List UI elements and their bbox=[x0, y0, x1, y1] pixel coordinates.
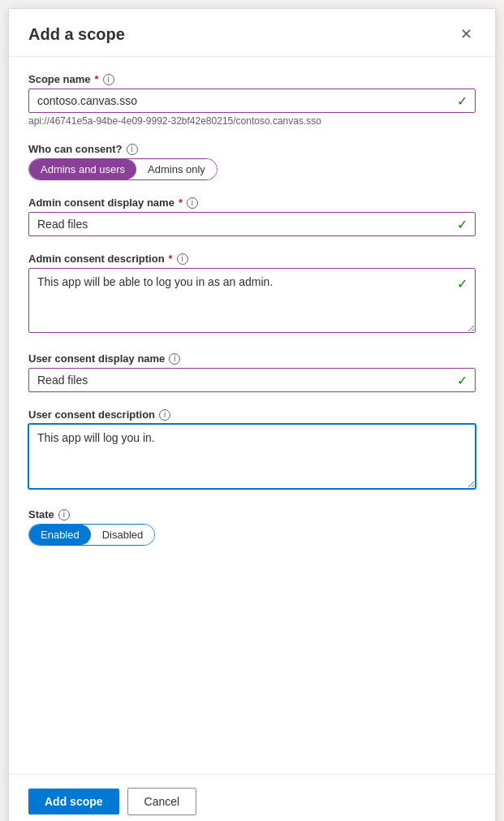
user-consent-description-textarea[interactable] bbox=[28, 424, 476, 489]
scope-name-group: Scope name * i ✓ api://46741e5a-94be-4e0… bbox=[28, 73, 476, 127]
user-consent-display-name-group: User consent display name i ✓ bbox=[28, 352, 476, 392]
admin-consent-display-name-label: Admin consent display name * i bbox=[28, 197, 476, 209]
state-option-enabled[interactable]: Enabled bbox=[29, 525, 91, 545]
admin-consent-description-textarea[interactable] bbox=[28, 268, 476, 333]
state-label: State i bbox=[28, 508, 476, 521]
close-button[interactable]: ✕ bbox=[454, 24, 479, 45]
user-consent-description-info-icon[interactable]: i bbox=[159, 409, 170, 421]
user-consent-display-name-label: User consent display name i bbox=[28, 352, 476, 365]
required-indicator: * bbox=[179, 197, 183, 209]
scope-name-check-icon: ✓ bbox=[457, 93, 467, 109]
panel-body: Scope name * i ✓ api://46741e5a-94be-4e0… bbox=[9, 57, 495, 774]
admin-consent-display-name-input-wrapper: ✓ bbox=[28, 212, 476, 236]
scope-name-input[interactable] bbox=[28, 89, 476, 113]
admin-consent-display-name-check-icon: ✓ bbox=[457, 217, 467, 232]
user-consent-display-name-input[interactable] bbox=[28, 368, 476, 392]
scope-name-info-icon[interactable]: i bbox=[103, 74, 114, 85]
state-toggle-group: Enabled Disabled bbox=[28, 524, 155, 546]
admin-consent-description-label: Admin consent description * i bbox=[28, 253, 476, 265]
consent-option-admins-only[interactable]: Admins only bbox=[136, 159, 217, 179]
add-scope-panel: Add a scope ✕ Scope name * i ✓ api://467… bbox=[8, 8, 496, 821]
consent-toggle-group: Admins and users Admins only bbox=[28, 158, 218, 180]
admin-consent-display-name-input[interactable] bbox=[28, 212, 476, 236]
panel-header: Add a scope ✕ bbox=[9, 9, 495, 57]
state-option-disabled[interactable]: Disabled bbox=[91, 525, 155, 545]
admin-consent-description-group: Admin consent description * i ✓ bbox=[28, 253, 476, 336]
who-can-consent-info-icon[interactable]: i bbox=[127, 144, 138, 155]
required-indicator: * bbox=[169, 253, 173, 265]
panel-title: Add a scope bbox=[28, 25, 125, 44]
admin-consent-description-check-icon: ✓ bbox=[457, 276, 467, 292]
user-consent-description-textarea-wrapper bbox=[28, 424, 476, 492]
user-consent-display-name-check-icon: ✓ bbox=[457, 373, 467, 388]
cancel-button[interactable]: Cancel bbox=[127, 788, 197, 815]
who-can-consent-group: Who can consent? i Admins and users Admi… bbox=[28, 143, 476, 180]
admin-consent-description-textarea-wrapper: ✓ bbox=[28, 268, 476, 336]
scope-name-input-wrapper: ✓ bbox=[28, 89, 476, 113]
add-scope-button[interactable]: Add scope bbox=[28, 789, 119, 815]
admin-consent-display-name-group: Admin consent display name * i ✓ bbox=[28, 197, 476, 236]
user-consent-description-label: User consent description i bbox=[28, 408, 476, 421]
required-indicator: * bbox=[95, 73, 99, 85]
admin-consent-display-name-info-icon[interactable]: i bbox=[187, 197, 198, 209]
who-can-consent-label: Who can consent? i bbox=[28, 143, 476, 155]
state-group: State i Enabled Disabled bbox=[28, 508, 476, 546]
user-consent-display-name-input-wrapper: ✓ bbox=[28, 368, 476, 392]
state-info-icon[interactable]: i bbox=[58, 509, 70, 521]
consent-option-admins-users[interactable]: Admins and users bbox=[29, 159, 136, 179]
admin-consent-description-info-icon[interactable]: i bbox=[177, 253, 188, 265]
panel-footer: Add scope Cancel bbox=[9, 774, 495, 821]
scope-name-label: Scope name * i bbox=[28, 73, 476, 85]
api-url-text: api://46741e5a-94be-4e09-9992-32bf42e802… bbox=[28, 115, 476, 127]
user-consent-description-group: User consent description i bbox=[28, 408, 476, 492]
user-consent-display-name-info-icon[interactable]: i bbox=[169, 353, 180, 365]
